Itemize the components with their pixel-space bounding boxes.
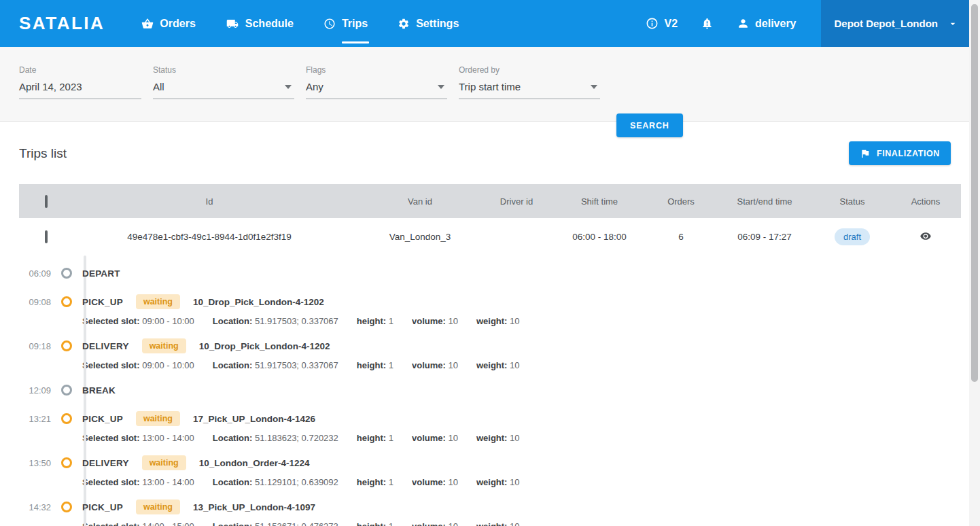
basket-icon [141, 18, 154, 30]
ordered-by-value: Trip start time [459, 81, 521, 92]
nav-item-label: Settings [416, 18, 459, 30]
order-id: 10_Drop_Pick_London-4-1202 [199, 341, 330, 351]
column-header-shift-time: Shift time [552, 196, 647, 207]
stop-time: 13:21 [19, 414, 51, 424]
stop-type: DELIVERY [82, 341, 129, 351]
row-checkbox[interactable] [45, 230, 48, 243]
trips-section: Trips list FINALIZATION Id Van id Driver… [0, 122, 980, 526]
column-header-van-id: Van id [359, 196, 481, 207]
version-label: V2 [664, 18, 678, 30]
trips-table: Id Van id Driver id Shift time Orders St… [19, 184, 961, 256]
weight-value: 10 [510, 360, 519, 370]
finalization-button[interactable]: FINALIZATION [849, 141, 951, 165]
select-all-checkbox[interactable] [45, 195, 48, 208]
column-header-start-end: Start/end time [715, 196, 814, 207]
truck-icon [226, 18, 239, 30]
nav-right: V2 delivery Depot Depot_London [646, 0, 980, 47]
bell-alert-icon [701, 17, 714, 30]
slot-value: 14:00 - 15:00 [142, 521, 194, 526]
volume-value: 10 [448, 316, 457, 326]
eye-icon [918, 230, 933, 242]
status-label: Status [153, 65, 294, 75]
stop-details: Selected slot: 13:00 - 14:00 Location: 5… [82, 433, 961, 449]
order-id: 10_Drop_Pick_London-4-1202 [193, 297, 324, 307]
height-value: 1 [389, 433, 393, 443]
orders-count: 6 [647, 232, 715, 242]
order-id: 10_London_Order-4-1224 [199, 458, 310, 468]
stop-type: DELIVERY [82, 458, 129, 468]
info-icon [646, 17, 659, 30]
search-button[interactable]: SEARCH [616, 113, 683, 137]
nav-item-settings[interactable]: Settings [398, 0, 459, 47]
column-header-driver-id: Driver id [481, 196, 552, 207]
user-menu[interactable]: delivery [737, 17, 796, 30]
height-value: 1 [389, 521, 393, 526]
order-id: 13_Pick_UP_London-4-1097 [193, 502, 315, 512]
stop-details: Selected slot: 13:00 - 14:00 Location: 5… [82, 477, 961, 493]
weight-value: 10 [510, 316, 519, 326]
stop-status-badge: waiting [142, 455, 186, 470]
status-value: All [153, 81, 164, 92]
flags-value: Any [306, 81, 323, 92]
status-select[interactable]: Status All [153, 65, 294, 99]
start-end-time: 06:09 - 17:27 [715, 232, 814, 242]
chevron-down-icon [591, 85, 597, 89]
stop-type: PICK_UP [82, 297, 123, 307]
slot-value: 09:00 - 10:00 [142, 316, 194, 326]
stop-marker-icon [61, 296, 72, 307]
weight-value: 10 [510, 477, 519, 487]
person-icon [737, 17, 750, 30]
column-header-orders: Orders [647, 196, 715, 207]
stop-time: 12:09 [19, 385, 51, 396]
nav-item-label: Orders [160, 18, 195, 30]
volume-value: 10 [448, 433, 457, 443]
chevron-down-icon [438, 85, 444, 89]
timeline-stop-pickup: 09:08 PICK_UP waiting 10_Drop_Pick_Londo… [19, 287, 961, 332]
column-header-actions: Actions [890, 196, 961, 207]
stop-details: Selected slot: 09:00 - 10:00 Location: 5… [82, 316, 961, 332]
stop-marker-icon [61, 340, 72, 351]
column-header-status: Status [814, 196, 890, 207]
flags-label: Flags [306, 65, 447, 75]
timeline-stop-depart: 06:09 DEPART [19, 259, 961, 287]
volume-value: 10 [448, 477, 457, 487]
location-value: 51.917503; 0.337067 [255, 316, 338, 326]
gear-icon [398, 18, 410, 30]
ordered-by-select[interactable]: Ordered by Trip start time [459, 65, 600, 99]
clock-icon [323, 18, 336, 30]
volume-value: 10 [448, 521, 457, 526]
version-info[interactable]: V2 [646, 17, 678, 30]
stop-status-badge: waiting [142, 338, 186, 353]
height-value: 1 [389, 316, 393, 326]
height-value: 1 [389, 477, 393, 487]
stop-details: Selected slot: 09:00 - 10:00 Location: 5… [82, 360, 961, 376]
nav-item-trips[interactable]: Trips [323, 0, 368, 47]
location-value: 51.153671; 0.476273 [255, 521, 338, 526]
stop-status-badge: waiting [136, 499, 180, 514]
weight-value: 10 [510, 433, 519, 443]
page-scrollbar[interactable] [969, 0, 980, 526]
timeline-stop-delivery: 09:18 DELIVERY waiting 10_Drop_Pick_Lond… [19, 332, 961, 376]
notifications-button[interactable] [701, 17, 714, 30]
nav-item-orders[interactable]: Orders [141, 0, 195, 47]
stop-time: 09:08 [19, 297, 51, 307]
date-field[interactable]: Date April 14, 2023 [19, 65, 141, 99]
scrollbar-thumb[interactable] [971, 4, 978, 382]
flag-icon [860, 148, 871, 159]
flags-select[interactable]: Flags Any [306, 65, 447, 99]
stop-type: BREAK [82, 385, 116, 396]
depot-selector[interactable]: Depot Depot_London [821, 0, 969, 47]
slot-value: 13:00 - 14:00 [142, 477, 194, 487]
main-nav: Orders Schedule Trips Settings [141, 0, 459, 47]
ordered-by-label: Ordered by [459, 65, 600, 75]
status-badge: draft [835, 228, 870, 245]
stop-time: 14:32 [19, 502, 51, 512]
view-trip-button[interactable] [918, 230, 933, 242]
stop-marker-icon [61, 268, 72, 279]
height-value: 1 [389, 360, 393, 370]
shift-time: 06:00 - 18:00 [552, 232, 647, 242]
nav-item-schedule[interactable]: Schedule [226, 0, 294, 47]
slot-value: 09:00 - 10:00 [142, 360, 194, 370]
stop-time: 09:18 [19, 341, 51, 351]
stop-marker-icon [61, 385, 72, 396]
